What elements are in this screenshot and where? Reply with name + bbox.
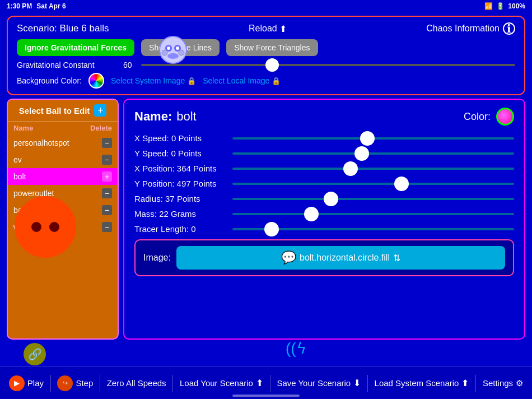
play-label: Play (27, 378, 44, 388)
ignore-gravity-button[interactable]: Ignore Gravitational Forces (17, 39, 134, 56)
delete-ball-button[interactable]: − (102, 222, 112, 232)
tracer-slider[interactable] (232, 228, 514, 230)
zero-speeds-label: Zero All Speeds (107, 378, 166, 388)
lock-icon-2: 🔒 (272, 77, 281, 85)
upload-icon-2: ⬆ (461, 378, 469, 388)
home-indicator (232, 395, 300, 397)
xspeed-row: X Speed: 0 Points (134, 133, 514, 143)
mass-thumb[interactable] (304, 207, 319, 221)
xspeed-slider[interactable] (232, 137, 514, 140)
delete-ball-button[interactable]: − (102, 205, 112, 215)
ypos-slider[interactable] (232, 183, 514, 185)
settings-button[interactable]: Settings ⚙ (483, 378, 523, 388)
yspeed-thumb[interactable] (354, 146, 369, 161)
reload-button[interactable]: Reload ⬆ (249, 24, 287, 34)
color-label: Color: (464, 111, 491, 123)
scenario-title: Scenario: Blue 6 balls (17, 23, 109, 34)
ball-name: bolt (13, 172, 26, 181)
image-picker-button[interactable]: 💬 bolt.horizontal.circle.fill ⇅ (176, 246, 505, 270)
grav-const-slider[interactable] (141, 64, 515, 66)
delete-ball-button[interactable]: − (102, 188, 112, 198)
ball-item-poweroutlet[interactable]: poweroutlet − (8, 185, 118, 202)
radius-row: Radius: 37 Points (134, 194, 514, 203)
ypos-label: Y Position: 497 Points (134, 179, 232, 188)
zero-speeds-button[interactable]: Zero All Speeds (107, 378, 166, 388)
ball-item-ev[interactable]: ev − (8, 151, 118, 168)
svg-point-7 (179, 50, 184, 55)
save-your-scenario-button[interactable]: Save Your Scenario ⬇ (277, 378, 361, 388)
status-date: Sat Apr 6 (36, 2, 66, 10)
select-local-image-button[interactable]: Select Local Image 🔒 (203, 76, 281, 85)
ball-list-columns: Name Delete (8, 122, 118, 134)
main-area: Select Ball to Edit + Name Delete person… (7, 99, 525, 340)
select-system-image-button[interactable]: Select System Image 🔒 (111, 76, 196, 85)
show-force-triangles-button[interactable]: Show Force Triangles (226, 39, 318, 56)
ball-list-title: Select Ball to Edit (19, 106, 90, 115)
radius-thumb[interactable] (324, 192, 338, 206)
ball-eye-left (31, 222, 41, 232)
step-label: Step (76, 378, 93, 388)
play-icon: ▶ (9, 375, 25, 391)
play-button[interactable]: ▶ Play (9, 375, 44, 391)
info-icon: ℹ (503, 22, 515, 35)
grav-const-value: 60 (123, 61, 132, 69)
delete-ball-button[interactable]: − (102, 155, 112, 165)
upload-icon-1: ⬆ (256, 378, 263, 388)
ball-list-header: Select Ball to Edit + (8, 100, 118, 122)
messenger-icon: 💬 (281, 250, 296, 265)
xpos-slider[interactable] (232, 168, 514, 170)
chaos-info-label: Chaos Information (426, 24, 500, 34)
image-label: Image: (143, 253, 171, 263)
load-your-scenario-button[interactable]: Load Your Scenario ⬆ (180, 378, 263, 388)
robot-mascot (158, 35, 189, 66)
image-value: bolt.horizontal.circle.fill (300, 253, 390, 263)
image-row: Image: 💬 bolt.horizontal.circle.fill ⇅ (134, 239, 514, 276)
delete-ball-button[interactable]: + (102, 171, 112, 182)
reload-icon: ⬆ (279, 24, 287, 34)
toolbar-divider-4 (270, 375, 270, 392)
svg-point-6 (162, 50, 167, 55)
xspeed-thumb[interactable] (360, 131, 375, 146)
wifi-icon: 📶 (484, 2, 493, 10)
top-panel: Scenario: Blue 6 balls Reload ⬆ Chaos In… (7, 16, 525, 95)
step-button[interactable]: ↪ Step (57, 375, 93, 391)
ball-item-personalhotspot[interactable]: personalhotspot − (8, 134, 118, 151)
battery-percent: 100% (508, 2, 525, 10)
settings-label: Settings (483, 378, 513, 388)
xpos-thumb[interactable] (343, 161, 358, 176)
ball-name: ev (13, 155, 22, 164)
grav-const-thumb[interactable] (265, 58, 279, 72)
bg-color-label: Background Color: (17, 76, 82, 85)
load-system-scenario-button[interactable]: Load System Scenario ⬆ (375, 378, 469, 388)
xpos-label: X Position: 364 Points (134, 164, 232, 173)
name-col-header: Name (13, 124, 33, 132)
add-ball-button[interactable]: + (94, 104, 106, 117)
delete-col-header: Delete (90, 124, 112, 132)
ball-item-bolt[interactable]: bolt + (8, 168, 118, 185)
status-time: 1:30 PM (7, 2, 32, 10)
toolbar-divider-2 (100, 375, 100, 392)
toolbar-divider-1 (50, 375, 51, 392)
svg-point-5 (167, 53, 179, 59)
ypos-row: Y Position: 497 Points (134, 179, 514, 188)
yspeed-row: Y Speed: 0 Points (134, 149, 514, 158)
xpos-row: X Position: 364 Points (134, 164, 514, 173)
mass-slider[interactable] (232, 213, 514, 215)
yspeed-slider[interactable] (232, 152, 514, 155)
radius-slider[interactable] (232, 198, 514, 200)
svg-point-4 (176, 47, 179, 50)
chain-icon[interactable]: 🔗 (24, 343, 46, 365)
ypos-thumb[interactable] (394, 177, 409, 191)
status-bar: 1:30 PM Sat Apr 6 📶 🔋 100% (0, 0, 532, 12)
color-picker[interactable] (496, 108, 514, 126)
chevron-up-down-icon: ⇅ (393, 253, 400, 263)
gear-icon: ⚙ (516, 378, 523, 388)
tracer-row: Tracer Length: 0 (134, 224, 514, 234)
tracer-thumb[interactable] (264, 222, 279, 236)
chaos-info-button[interactable]: Chaos Information ℹ (426, 22, 515, 35)
bg-color-picker[interactable] (88, 73, 104, 89)
tracer-label: Tracer Length: 0 (134, 224, 232, 234)
delete-ball-button[interactable]: − (102, 138, 112, 148)
name-label: Name: (134, 109, 172, 124)
xspeed-label: X Speed: 0 Points (134, 133, 232, 143)
